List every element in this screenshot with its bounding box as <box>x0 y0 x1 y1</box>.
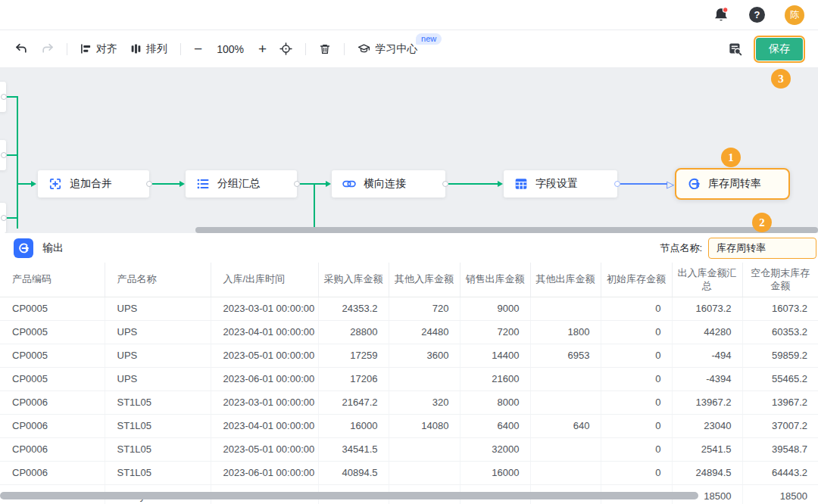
node-group-summary[interactable]: 分组汇总 <box>186 170 297 198</box>
avatar[interactable]: 陈 <box>785 5 804 25</box>
table-row: CP0006ST1L052023-05-01 00:00:0034541.532… <box>0 437 818 461</box>
arrowhead-icon <box>326 181 331 187</box>
table-cell: 28800 <box>318 320 389 344</box>
table-cell: 2023-05-01 00:00:00 <box>211 437 318 461</box>
node-name-input[interactable] <box>708 238 816 259</box>
table-cell: 7200 <box>460 320 530 344</box>
new-badge: new <box>416 33 442 45</box>
learning-center-button[interactable]: 学习中心 new <box>357 42 417 56</box>
annotation-badge-1: 1 <box>721 148 741 167</box>
output-port[interactable] <box>1 152 7 158</box>
column-header: 初始库存金额 <box>601 263 672 297</box>
table-cell: CP0006 <box>0 437 105 461</box>
zoom-in-button[interactable]: + <box>258 42 267 56</box>
table-cell: UPS <box>105 320 211 344</box>
toolbar-divider <box>67 43 67 55</box>
table-cell: 2023-05-01 00:00:00 <box>211 344 318 367</box>
node-label: 追加合并 <box>70 177 112 191</box>
table-cell: 21600 <box>460 367 530 390</box>
arrowhead-icon <box>180 181 185 187</box>
table-cell: 16073.2 <box>672 297 742 320</box>
output-icon <box>14 238 33 258</box>
table-cell: 2023-06-01 00:00:00 <box>211 367 318 390</box>
column-header: 入库/出库时间 <box>211 263 318 297</box>
table-row: CP0005UPS2023-05-01 00:00:00172593600144… <box>0 344 818 367</box>
output-panel-header: 输出 节点名称: <box>0 233 818 263</box>
canvas-horizontal-scrollbar[interactable] <box>195 227 818 233</box>
node-label: 分组汇总 <box>217 177 260 191</box>
redo-icon[interactable] <box>41 42 54 55</box>
output-port[interactable] <box>442 181 448 187</box>
table-cell: ST1L05 <box>105 461 211 484</box>
table-cell: CP0005 <box>0 344 105 367</box>
output-table: 产品编码产品名称入库/出库时间采购入库金额其他入库金额销售出库金额其他出库金额初… <box>0 263 818 504</box>
table-cell: 17259 <box>318 344 389 367</box>
node-field-settings[interactable]: 字段设置 <box>504 170 617 198</box>
table-cell: 0 <box>601 390 672 414</box>
table-cell: -4394 <box>672 367 742 390</box>
table-cell: CP0006 <box>0 414 105 437</box>
table-cell: 2023-04-01 00:00:00 <box>211 414 318 437</box>
zoom-out-button[interactable]: − <box>194 42 202 56</box>
node-label: 字段设置 <box>535 177 578 191</box>
locate-icon[interactable] <box>279 42 292 55</box>
output-port[interactable] <box>1 94 7 100</box>
table-cell: ST1L05 <box>105 414 211 437</box>
notification-bell-icon[interactable] <box>713 7 729 23</box>
table-cell <box>530 367 601 390</box>
flow-canvas[interactable]: ▷ 追加合并 分组汇总 横向连接 <box>0 68 818 233</box>
output-port[interactable] <box>294 181 300 187</box>
table-cell: -494 <box>672 344 742 367</box>
node-append-merge[interactable]: 追加合并 <box>38 170 149 198</box>
table-cell: 2023-03-01 00:00:00 <box>211 297 318 320</box>
output-node-icon <box>687 177 701 191</box>
table-cell: 21647.2 <box>318 390 389 414</box>
output-port[interactable] <box>146 181 152 187</box>
table-cell: CP0005 <box>0 367 105 390</box>
column-header: 其他入库金额 <box>389 263 460 297</box>
connector-line <box>17 183 31 185</box>
table-horizontal-scrollbar[interactable] <box>0 492 698 499</box>
table-cell: 18500 <box>742 484 818 504</box>
table-row: CP0006ST1L052023-03-01 00:00:0021647.232… <box>0 390 818 414</box>
arrowhead-open-icon: ▷ <box>667 179 674 189</box>
node-inventory-turnover[interactable]: 库存周转率 <box>675 168 790 200</box>
append-merge-icon <box>48 177 62 191</box>
align-button[interactable]: 对齐 <box>80 42 117 56</box>
table-cell: 2023-06-01 00:00:00 <box>211 461 318 484</box>
table-cell: 39548.7 <box>742 437 818 461</box>
arrowhead-icon <box>498 181 503 187</box>
graduation-cap-icon <box>357 42 370 55</box>
arrange-button[interactable]: 排列 <box>130 42 167 56</box>
table-cell: 6400 <box>460 414 530 437</box>
output-port[interactable] <box>614 181 620 187</box>
node-horizontal-join[interactable]: 横向连接 <box>332 170 445 198</box>
help-icon[interactable]: ? <box>749 7 765 23</box>
table-cell: 0 <box>601 437 672 461</box>
table-cell: UPS <box>105 297 211 320</box>
column-header: 采购入库金额 <box>318 263 389 297</box>
data-preview-icon[interactable] <box>728 42 742 56</box>
undo-icon[interactable] <box>15 42 28 55</box>
table-cell <box>389 437 460 461</box>
table-row: CP0006ST1L052023-04-01 00:00:00160001408… <box>0 414 818 437</box>
connector-line <box>152 183 180 185</box>
table-cell: 13967.2 <box>672 390 742 414</box>
connector-line <box>448 183 498 185</box>
output-port[interactable] <box>1 215 7 221</box>
table-cell: 14400 <box>460 344 530 367</box>
table-cell: 16000 <box>460 461 530 484</box>
table-cell: 14080 <box>389 414 460 437</box>
node-name-label: 节点名称: <box>660 241 702 255</box>
table-cell <box>530 437 601 461</box>
delete-icon[interactable] <box>319 43 331 55</box>
table-cell: 0 <box>601 297 672 320</box>
toolbar-divider <box>305 43 306 55</box>
table-cell: CP0005 <box>0 297 105 320</box>
table-cell: CP0005 <box>0 320 105 344</box>
save-button[interactable]: 保存 <box>756 38 803 61</box>
table-cell: 40894.5 <box>318 461 389 484</box>
connector-branch <box>314 184 315 233</box>
table-row: CP0006ST1L052023-06-01 00:00:0040894.516… <box>0 461 818 484</box>
output-label: 输出 <box>42 241 660 255</box>
